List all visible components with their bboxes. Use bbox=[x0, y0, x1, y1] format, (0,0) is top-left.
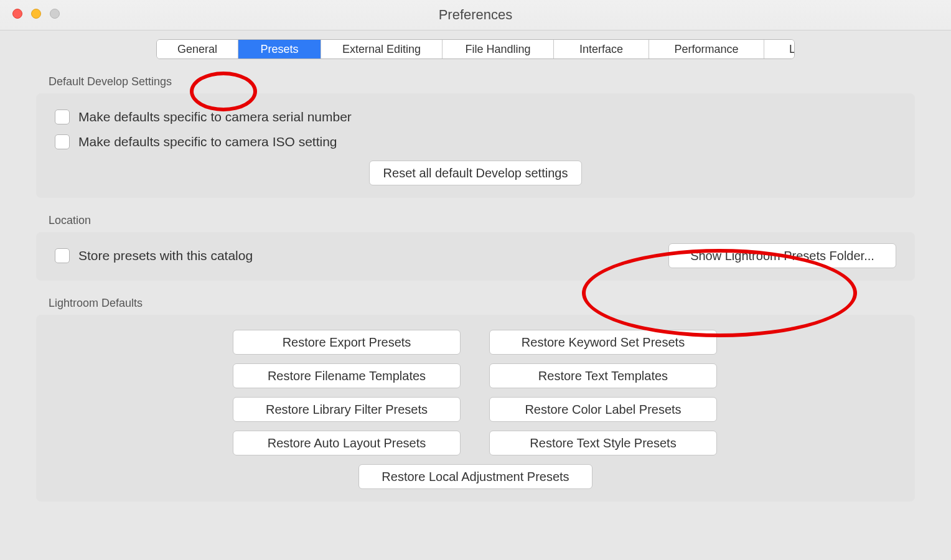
section-develop-body: Make defaults specific to camera serial … bbox=[36, 93, 915, 198]
btn-restore-keyword[interactable]: Restore Keyword Set Presets bbox=[489, 330, 717, 355]
zoom-icon[interactable] bbox=[50, 9, 60, 19]
row-chk-iso[interactable]: Make defaults specific to camera ISO set… bbox=[55, 129, 896, 154]
tab-general[interactable]: General bbox=[157, 40, 238, 58]
label-chk-iso: Make defaults specific to camera ISO set… bbox=[78, 134, 337, 149]
tab-external-editing[interactable]: External Editing bbox=[321, 40, 443, 58]
window-title: Preferences bbox=[0, 0, 951, 30]
checkbox-iso[interactable] bbox=[55, 134, 70, 149]
label-chk-store: Store presets with this catalog bbox=[78, 248, 253, 263]
section-defaults-body: Restore Export Presets Restore Keyword S… bbox=[36, 315, 915, 502]
tab-bar: General Presets External Editing File Ha… bbox=[156, 39, 795, 59]
section-location: Location Store presets with this catalog… bbox=[22, 214, 929, 281]
section-develop-title: Default Develop Settings bbox=[49, 75, 929, 88]
section-defaults: Lightroom Defaults Restore Export Preset… bbox=[22, 297, 929, 502]
label-chk-serial: Make defaults specific to camera serial … bbox=[78, 110, 352, 124]
section-location-title: Location bbox=[49, 214, 929, 227]
row-chk-store[interactable]: Store presets with this catalog bbox=[55, 246, 253, 266]
window-controls bbox=[12, 9, 60, 19]
close-icon[interactable] bbox=[12, 9, 22, 19]
btn-show-presets-folder[interactable]: Show Lightroom Presets Folder... bbox=[668, 243, 896, 268]
section-defaults-title: Lightroom Defaults bbox=[49, 297, 929, 310]
checkbox-store[interactable] bbox=[55, 248, 70, 263]
tab-interface[interactable]: Interface bbox=[554, 40, 649, 58]
tab-performance[interactable]: Performance bbox=[649, 40, 764, 58]
row-chk-serial[interactable]: Make defaults specific to camera serial … bbox=[55, 105, 896, 129]
btn-restore-export[interactable]: Restore Export Presets bbox=[233, 330, 461, 355]
btn-restore-libfilter[interactable]: Restore Library Filter Presets bbox=[233, 397, 461, 422]
minimize-icon[interactable] bbox=[31, 9, 41, 19]
section-develop: Default Develop Settings Make defaults s… bbox=[22, 75, 929, 198]
defaults-grid: Restore Export Presets Restore Keyword S… bbox=[55, 330, 896, 455]
btn-restore-text-tpl[interactable]: Restore Text Templates bbox=[489, 363, 717, 388]
section-location-body: Store presets with this catalog Show Lig… bbox=[36, 232, 915, 281]
tab-file-handling[interactable]: File Handling bbox=[443, 40, 554, 58]
btn-restore-colorlabel[interactable]: Restore Color Label Presets bbox=[489, 397, 717, 422]
btn-restore-autolayout[interactable]: Restore Auto Layout Presets bbox=[233, 431, 461, 455]
btn-restore-filename[interactable]: Restore Filename Templates bbox=[233, 363, 461, 388]
preferences-root: General Presets External Editing File Ha… bbox=[0, 39, 951, 502]
tab-lightroom-mobile[interactable]: Lightroom mobile bbox=[764, 40, 795, 58]
tab-presets[interactable]: Presets bbox=[238, 40, 321, 58]
checkbox-serial[interactable] bbox=[55, 110, 70, 124]
btn-restore-textstyle[interactable]: Restore Text Style Presets bbox=[489, 431, 717, 455]
btn-reset-develop[interactable]: Reset all default Develop settings bbox=[369, 161, 583, 185]
titlebar: Preferences bbox=[0, 0, 951, 30]
btn-restore-localadj[interactable]: Restore Local Adjustment Presets bbox=[358, 464, 593, 489]
